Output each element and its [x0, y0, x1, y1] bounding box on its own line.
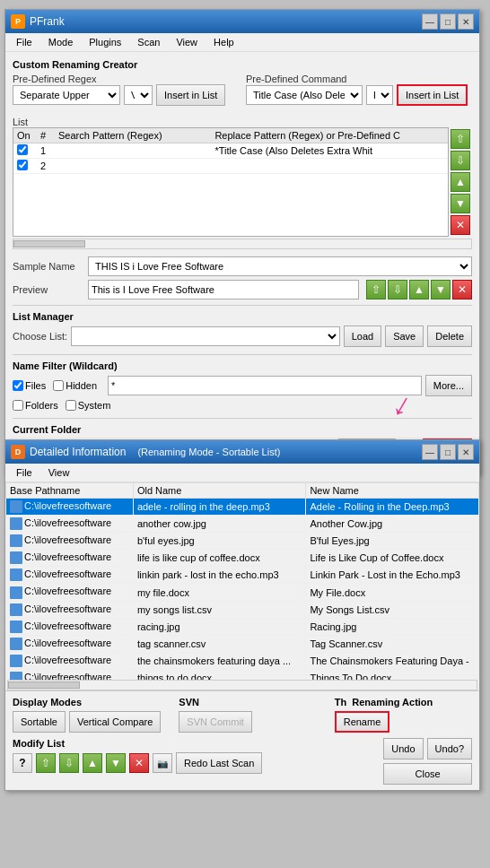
insert-in-list-btn-1[interactable]: Insert in List — [156, 84, 225, 106]
menu-file[interactable]: File — [9, 35, 39, 49]
detail-menu-view[interactable]: View — [41, 465, 77, 480]
modify-question-btn[interactable]: ? — [13, 753, 32, 773]
list-delete-btn[interactable]: ✕ — [451, 215, 470, 235]
detail-minimize-btn[interactable]: — — [422, 444, 438, 460]
predefined-command-label: Pre-Defined Command — [246, 74, 472, 84]
maximize-button[interactable]: □ — [440, 13, 456, 30]
checkbox-1[interactable] — [17, 144, 28, 155]
app-icon: P — [11, 14, 25, 29]
detail-menu-bar: File View — [5, 464, 479, 482]
ml-image-btn[interactable]: 📷 — [153, 753, 172, 773]
detail-row-6[interactable]: C:\ilovefreesoftware my songs list.csv M… — [6, 601, 479, 618]
cell-old-6: my songs list.csv — [133, 601, 306, 618]
menu-view[interactable]: View — [169, 35, 205, 49]
menu-mode[interactable]: Mode — [41, 35, 81, 49]
list-down-green-btn[interactable]: ⇩ — [451, 151, 470, 170]
cell-old-9: the chainsmokers featuring daya ... — [133, 652, 306, 669]
command-select2[interactable]: Pre — [366, 85, 393, 105]
cell-base-4: C:\ilovefreesoftware — [6, 567, 134, 584]
list-hscroll[interactable] — [13, 239, 472, 249]
choose-list-select[interactable] — [71, 326, 339, 346]
list-up-btn[interactable]: ▲ — [451, 172, 470, 192]
detail-row-10[interactable]: C:\ilovefreesoftware things to do.docx T… — [6, 669, 479, 680]
cell-old-0: adele - rolling in the deep.mp3 — [133, 499, 306, 516]
modify-list-title: Modify List — [13, 738, 374, 749]
menu-scan[interactable]: Scan — [130, 35, 167, 49]
ml-delete-btn[interactable]: ✕ — [129, 753, 149, 773]
save-btn[interactable]: Save — [385, 326, 424, 347]
detail-row-5[interactable]: C:\ilovefreesoftware my file.docx My Fil… — [6, 584, 479, 601]
checkbox-2[interactable] — [17, 160, 28, 170]
preview-delete-btn[interactable]: ✕ — [452, 280, 472, 299]
load-btn[interactable]: Load — [344, 326, 381, 347]
hidden-checkbox[interactable] — [53, 380, 64, 391]
menu-help[interactable]: Help — [206, 35, 241, 49]
close-button[interactable]: ✕ — [458, 13, 474, 30]
detail-row-3[interactable]: C:\ilovefreesoftware life is like cup of… — [6, 550, 479, 567]
regex-select2[interactable]: V — [124, 85, 153, 105]
system-label-wrap: System — [66, 400, 111, 411]
list-label: List — [13, 117, 472, 127]
preview-down-green-btn[interactable]: ⇩ — [388, 280, 407, 299]
cell-old-1: another cow.jpg — [133, 516, 306, 533]
th-base: Base Pathname — [6, 483, 134, 499]
ml-up-btn[interactable]: ▲ — [83, 753, 102, 773]
files-checkbox[interactable] — [13, 380, 23, 391]
detail-row-0[interactable]: C:\ilovefreesoftware adele - rolling in … — [6, 499, 479, 516]
sortable-btn[interactable]: Sortable — [13, 711, 66, 733]
detail-row-2[interactable]: C:\ilovefreesoftware b'ful eyes.jpg B'fu… — [6, 533, 479, 550]
list-manager-row: Choose List: Load Save Delete — [13, 326, 472, 347]
ml-up-green-btn[interactable]: ⇧ — [36, 753, 56, 773]
list-up-green-btn[interactable]: ⇧ — [451, 129, 470, 149]
preview-up-green-btn[interactable]: ⇧ — [366, 280, 386, 299]
cell-base-7: C:\ilovefreesoftware — [6, 618, 134, 635]
ml-down-green-btn[interactable]: ⇩ — [59, 753, 79, 773]
redo-last-scan-btn[interactable]: Redo Last Scan — [176, 752, 262, 774]
undoq-btn[interactable]: Undo? — [427, 738, 472, 760]
display-modes-sub: Display Modes Sortable Vertical Compare — [13, 697, 161, 733]
more-btn[interactable]: More... — [425, 375, 472, 396]
num-1: 1 — [40, 145, 55, 156]
detail-menu-file[interactable]: File — [9, 465, 39, 480]
detail-row-4[interactable]: C:\ilovefreesoftware linkin park - lost … — [6, 567, 479, 584]
insert-in-list-btn-2[interactable]: Insert in List — [397, 84, 468, 106]
header-num: # — [40, 130, 55, 141]
close-btn[interactable]: Close — [383, 763, 472, 785]
cell-new-7: Racing.jpg — [306, 618, 479, 635]
vertical-compare-btn[interactable]: Vertical Compare — [69, 711, 161, 733]
detail-row-1[interactable]: C:\ilovefreesoftware another cow.jpg Ano… — [6, 516, 479, 533]
detail-maximize-btn[interactable]: □ — [440, 444, 456, 460]
ml-down-btn[interactable]: ▼ — [106, 753, 126, 773]
sample-name-select[interactable]: THIS IS i Love Free Software — [88, 256, 472, 276]
list-side-buttons: ⇧ ⇩ ▲ ▼ ✕ — [449, 127, 472, 237]
cell-old-7: racing.jpg — [133, 618, 306, 635]
detail-row-9[interactable]: C:\ilovefreesoftware the chainsmokers fe… — [6, 652, 479, 669]
folders-checkbox[interactable] — [13, 400, 23, 411]
preview-up-btn[interactable]: ▲ — [409, 280, 429, 299]
command-select[interactable]: Title Case (Also Deletes Ext — [246, 85, 363, 105]
minimize-button[interactable]: — — [422, 13, 438, 30]
menu-plugins[interactable]: Plugins — [82, 35, 128, 49]
bottom-section: Display Modes Sortable Vertical Compare … — [13, 697, 472, 733]
cell-new-2: B'ful Eyes.jpg — [306, 533, 479, 550]
detail-close-btn[interactable]: ✕ — [458, 444, 474, 460]
cell-new-6: My Songs List.csv — [306, 601, 479, 618]
system-checkbox[interactable] — [66, 400, 76, 411]
detail-row-8[interactable]: C:\ilovefreesoftware tag scanner.csv Tag… — [6, 635, 479, 652]
regex-select[interactable]: Separate Upper — [13, 85, 120, 105]
detail-row-7[interactable]: C:\ilovefreesoftware racing.jpg Racing.j… — [6, 618, 479, 635]
filter-input[interactable] — [108, 376, 422, 395]
cell-base-6: C:\ilovefreesoftware — [6, 601, 134, 618]
files-label: Files — [25, 380, 46, 391]
svn-commit-btn[interactable]: SVN Commit — [179, 711, 252, 733]
preview-input[interactable] — [88, 280, 359, 299]
list-down-btn[interactable]: ▼ — [451, 194, 470, 213]
delete-btn[interactable]: Delete — [427, 326, 472, 347]
undo-btn[interactable]: Undo — [383, 738, 423, 760]
rename-btn[interactable]: Rename — [335, 711, 390, 733]
cell-base-9: C:\ilovefreesoftware — [6, 652, 134, 669]
preview-down-btn[interactable]: ▼ — [431, 280, 451, 299]
detail-table-scroll[interactable]: Base Pathname Old Name New Name C:\ilove… — [5, 482, 479, 680]
detail-hscroll[interactable] — [7, 680, 477, 690]
cell-old-3: life is like cup of coffee.docx — [133, 550, 306, 567]
